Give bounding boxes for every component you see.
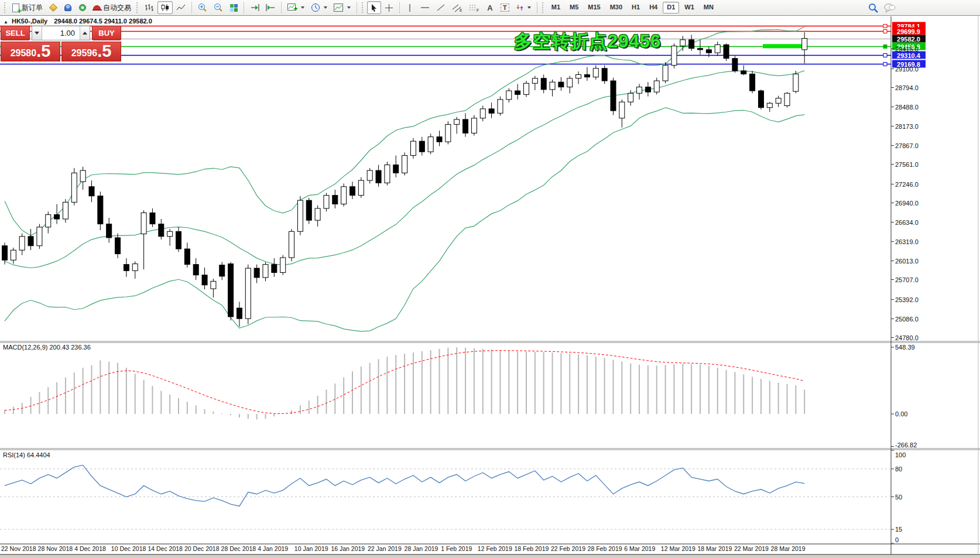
text-icon: A [487,4,492,12]
trendline-tool-button[interactable] [433,1,448,14]
date-axis-label[interactable]: 20 Dec 2018 [184,545,220,552]
timeframe-h1-button[interactable]: H1 [628,2,644,13]
signals-button[interactable] [76,1,90,14]
timeframe-h4-button[interactable]: H4 [645,2,662,13]
toolbar-separator [537,2,537,13]
autotrading-button[interactable]: 自动交易 [90,1,134,14]
timeframe-m1-button[interactable]: M1 [547,2,564,13]
date-axis-label[interactable]: 22 Feb 2019 [551,545,585,552]
candle-body [237,308,242,319]
buy-button[interactable]: BUY [92,26,121,40]
date-axis-label[interactable]: 12 Mar 2019 [661,545,695,552]
svg-text:F: F [477,8,479,12]
price-badge-label: 29310.4 [897,52,921,59]
volume-decrease-button[interactable] [32,26,42,40]
horizontal-line-tool-button[interactable] [417,1,433,14]
crosshair-icon [385,4,393,12]
new-order-button[interactable]: 新订单 [9,1,46,14]
candle-body [784,93,790,105]
candle-body [11,250,16,260]
sell-price-button[interactable]: 29580.5 [1,42,60,61]
toolbar-drag-handle[interactable] [362,2,365,13]
date-axis-label[interactable]: 10 Dec 2018 [111,545,146,552]
timeframe-m15-button[interactable]: M15 [584,2,604,13]
crosshair-tool-button[interactable] [382,1,396,14]
community-button[interactable] [61,1,75,14]
date-axis-label[interactable]: 6 Mar 2019 [624,545,655,552]
channel-tool-button[interactable]: E [449,1,465,14]
date-axis-label[interactable]: 28 Mar 2019 [771,545,806,552]
date-axis-label[interactable]: 14 Dec 2018 [148,545,183,552]
toolbar-drag-handle[interactable] [136,2,139,13]
date-axis-label[interactable]: 4 Jan 2019 [258,545,288,552]
date-axis-label[interactable]: 28 Nov 2018 [38,545,73,552]
date-axis-label[interactable]: 28 Jan 2019 [405,545,438,552]
templates-dropdown[interactable] [331,1,354,14]
macd-axis-label: -266.82 [895,441,917,449]
periods-dropdown[interactable] [308,1,330,14]
collapse-arrow-icon[interactable]: ▲ [4,19,8,25]
cursor-icon [370,4,378,12]
date-axis-label[interactable]: 4 Dec 2018 [74,545,106,552]
pivot-highlight-segment[interactable] [763,44,807,48]
date-axis-label[interactable]: 12 Feb 2019 [478,545,512,552]
templates-icon [334,4,344,12]
zoom-in-button[interactable] [195,1,210,14]
date-axis-label[interactable]: 22 Mar 2019 [734,545,769,552]
chart-shift-button[interactable] [263,1,278,14]
volume-increase-button[interactable] [80,26,90,40]
chart-ohlc-values: 29448.0 29674.5 29411.0 29582.0 [54,18,152,25]
bar-chart-button[interactable] [142,1,157,14]
indicators-dropdown[interactable] [285,1,307,14]
date-axis-label[interactable]: 28 Dec 2018 [221,545,256,552]
rsi-axis-label: 0 [895,536,899,543]
cursor-tool-button[interactable] [367,1,381,14]
date-axis-label[interactable]: 16 Jan 2019 [331,545,365,552]
toolbar-separator [281,2,282,13]
candle-body [220,265,225,276]
toolbar-drag-handle[interactable] [4,2,7,13]
auto-scroll-button[interactable] [247,1,262,14]
candle-body [741,71,746,74]
level-end-marker [883,30,887,33]
candle-body [150,213,155,224]
date-axis-label[interactable]: 18 Feb 2019 [514,545,549,552]
line-chart-icon [176,4,186,12]
candlestick-chart-button[interactable] [157,1,173,14]
date-axis-label[interactable]: 22 Nov 2018 [1,545,36,552]
buy-price-button[interactable]: 29596.5 [61,42,121,61]
level-end-marker [883,25,887,28]
timeframe-m30-button[interactable]: M30 [606,2,626,13]
candle-body [315,208,320,220]
toolbar-drag-handle[interactable] [542,2,545,13]
date-axis-label[interactable]: 1 Feb 2019 [441,545,472,552]
timeframe-m5-button[interactable]: M5 [566,2,582,13]
tile-windows-button[interactable] [227,1,241,14]
zoom-out-button[interactable] [211,1,226,14]
line-chart-button[interactable] [173,1,189,14]
label-tool-button[interactable]: T [498,1,512,14]
candle-body [176,231,181,249]
text-tool-button[interactable]: A [483,1,497,14]
date-axis-label[interactable]: 28 Feb 2019 [588,545,622,552]
sell-button[interactable]: SELL [1,26,30,40]
timeframe-w1-button[interactable]: W1 [680,2,698,13]
timeframe-d1-button[interactable]: D1 [663,2,679,13]
fibonacci-tool-button[interactable]: F [466,1,482,14]
date-axis-label[interactable]: 22 Jan 2019 [368,545,402,552]
axis-tick-label: 28794.0 [895,84,919,91]
search-icon[interactable] [868,3,878,13]
date-axis-label[interactable]: 10 Jan 2019 [294,545,328,552]
macd-label: MACD(12,26,9) 200.43 236.36 [3,344,91,351]
shapes-dropdown[interactable] [513,1,534,14]
signals-icon [79,4,86,11]
toolbar-separator [191,2,192,13]
volume-input[interactable]: 1.00 [42,26,80,40]
vertical-line-tool-button[interactable] [403,1,417,14]
date-axis-label[interactable]: 18 Mar 2019 [697,545,732,552]
metaeditor-button[interactable] [46,1,60,14]
timeframe-mn-button[interactable]: MN [700,2,718,13]
chart-canvas[interactable]: 29784.129699.929582.029456.829310.429169… [0,0,980,558]
chat-icon[interactable] [884,3,896,12]
candle-body [550,82,555,90]
